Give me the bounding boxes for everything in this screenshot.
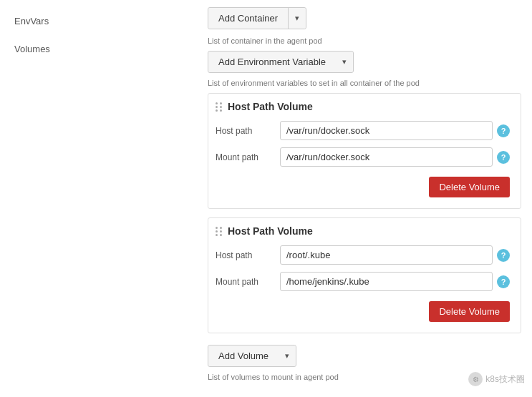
sidebar: EnvVars Volumes bbox=[0, 0, 200, 397]
sidebar-item-label: Volumes bbox=[14, 44, 50, 54]
mount-path-help-0[interactable]: ? bbox=[497, 151, 510, 164]
volume-header-0: Host Path Volume bbox=[216, 101, 510, 112]
add-env-arrow[interactable]: ▾ bbox=[336, 52, 353, 72]
add-volume-main[interactable]: Add Volume bbox=[208, 345, 279, 366]
mount-path-input-1[interactable] bbox=[280, 272, 493, 291]
env-helper-text: List of environment variables to set in … bbox=[208, 79, 521, 87]
mount-path-label-1: Mount path bbox=[216, 277, 280, 287]
volume-title-1: Host Path Volume bbox=[228, 225, 313, 237]
watermark-text: k8s技术圈 bbox=[485, 373, 525, 386]
host-path-input-1[interactable] bbox=[280, 245, 493, 265]
delete-volume-button-1[interactable]: Delete Volume bbox=[429, 301, 510, 322]
main-content: Add Container ▾ List of container in the… bbox=[200, 0, 532, 397]
volume-header-1: Host Path Volume bbox=[216, 225, 510, 237]
sidebar-item-envvars[interactable]: EnvVars bbox=[0, 7, 200, 35]
add-container-arrow[interactable]: ▾ bbox=[288, 8, 306, 29]
delete-volume-button-0[interactable]: Delete Volume bbox=[429, 177, 510, 197]
mount-path-input-0[interactable] bbox=[280, 147, 493, 167]
host-path-label-1: Host path bbox=[216, 250, 280, 260]
mount-path-row-1: Mount path ? bbox=[216, 272, 510, 291]
volume-title-0: Host Path Volume bbox=[228, 101, 313, 112]
host-path-help-0[interactable]: ? bbox=[497, 124, 510, 137]
watermark: ⚙ k8s技术圈 bbox=[468, 372, 525, 386]
sidebar-item-volumes[interactable]: Volumes bbox=[0, 35, 200, 63]
add-volume-arrow[interactable]: ▾ bbox=[279, 345, 296, 366]
host-path-input-0[interactable] bbox=[280, 121, 493, 140]
add-volume-button[interactable]: Add Volume ▾ bbox=[208, 345, 296, 367]
volume-block-0: Host Path Volume Host path ? Mount path … bbox=[208, 93, 521, 209]
add-env-button[interactable]: Add Environment Variable ▾ bbox=[208, 51, 354, 73]
host-path-row-1: Host path ? bbox=[216, 245, 510, 265]
host-path-help-1[interactable]: ? bbox=[497, 249, 510, 262]
drag-handle-1[interactable] bbox=[216, 227, 222, 236]
volume-block-1: Host Path Volume Host path ? Mount path … bbox=[208, 217, 521, 333]
mount-path-label-0: Mount path bbox=[216, 152, 280, 162]
add-container-main[interactable]: Add Container bbox=[208, 8, 288, 29]
watermark-icon: ⚙ bbox=[468, 372, 483, 386]
host-path-row-0: Host path ? bbox=[216, 121, 510, 140]
container-helper-text: List of container in the agent pod bbox=[208, 36, 521, 45]
add-env-main[interactable]: Add Environment Variable bbox=[208, 52, 336, 72]
mount-path-row-0: Mount path ? bbox=[216, 147, 510, 167]
host-path-label-0: Host path bbox=[216, 126, 280, 136]
drag-handle-0[interactable] bbox=[216, 102, 222, 112]
sidebar-item-label: EnvVars bbox=[14, 16, 49, 26]
mount-path-help-1[interactable]: ? bbox=[497, 275, 510, 288]
add-container-button[interactable]: Add Container ▾ bbox=[208, 7, 306, 29]
